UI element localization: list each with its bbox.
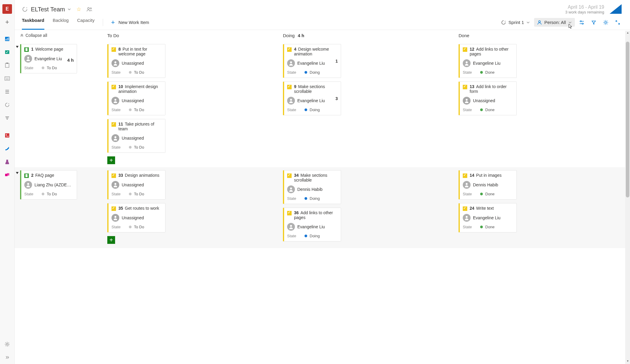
task-card[interactable]: 33Design animations Unassigned StateTo D… [107, 170, 165, 200]
rail-dashboard-icon[interactable] [2, 34, 12, 44]
task-card[interactable]: 14Put in images Dennis Habib StateDone [459, 170, 517, 200]
rail-clipboard-icon[interactable] [2, 61, 12, 70]
task-card[interactable]: 34Make sections scrollable Dennis Habib … [283, 170, 341, 204]
task-card[interactable]: 11Take pictures of team Unassigned State… [107, 119, 165, 153]
add-task-button[interactable]: + [107, 156, 115, 164]
person-icon [537, 20, 542, 25]
rail-add-icon[interactable]: + [2, 17, 12, 27]
task-card[interactable]: 12Add links to other pages Evangeline Li… [459, 44, 517, 78]
left-nav-rail: E + [0, 0, 15, 364]
rail-testplans-icon[interactable] [2, 157, 12, 167]
state-label: State [287, 234, 305, 238]
svg-point-60 [290, 99, 292, 101]
state-dot-icon [42, 193, 44, 195]
assignee-name: Unassigned [122, 182, 144, 187]
board-settings-icon[interactable] [577, 17, 587, 28]
pbi-hours: 4 h [67, 58, 74, 63]
scroll-up-arrow-icon[interactable]: ▴ [625, 31, 630, 36]
favorite-star-icon[interactable]: ☆ [76, 6, 81, 13]
task-card[interactable]: 8Put in text for welcome page Unassigned… [107, 44, 165, 78]
tab-capacity[interactable]: Capacity [77, 15, 94, 30]
collapse-all-button[interactable]: Collapse all [20, 33, 99, 38]
assignee-name: Evangeline Liu [297, 224, 325, 229]
filter-icon[interactable] [589, 17, 599, 28]
tabs-toolbar: Taskboard Backlog Capacity + New Work It… [15, 15, 630, 30]
rail-pipelines-icon[interactable] [2, 144, 12, 153]
task-type-icon [287, 173, 292, 178]
task-card[interactable]: 9Make sections scrollable Evangeline Liu… [283, 81, 341, 115]
rail-repos-icon[interactable] [2, 131, 12, 140]
burndown-chart-icon[interactable] [608, 4, 623, 15]
state-dot-icon [42, 67, 44, 69]
pbi-card[interactable]: 1Welcome page Evangeline Liu 4 h StateTo… [20, 44, 77, 73]
avatar [111, 59, 119, 67]
scroll-thumb[interactable] [626, 42, 629, 197]
team-title[interactable]: ELTest Team [31, 6, 65, 13]
collapse-all-label: Collapse all [25, 33, 47, 38]
rail-backlog-icon[interactable] [2, 87, 12, 96]
rail-settings-icon[interactable] [2, 339, 12, 349]
sprint-picker[interactable]: Sprint 1 [498, 18, 533, 27]
rail-query-icon[interactable] [2, 113, 12, 123]
assignee-name: Evangeline Liu [297, 61, 325, 66]
tab-backlog[interactable]: Backlog [53, 15, 69, 30]
svg-point-70 [466, 216, 468, 218]
team-dropdown-chevron-icon[interactable] [67, 7, 71, 11]
pbi-card[interactable]: 2FAQ page Liang Zhu (AZDEV… StateTo Do [20, 170, 77, 200]
state-value: To Do [134, 225, 144, 229]
state-value: To Do [134, 108, 144, 112]
svg-point-62 [466, 99, 468, 101]
task-card[interactable]: 10Implement design animation Unassigned … [107, 81, 165, 115]
vertical-scrollbar[interactable]: ▴ ▾ [625, 31, 630, 364]
svg-point-9 [6, 77, 7, 78]
task-card[interactable]: 36Add links to other pages Evangeline Li… [283, 208, 341, 241]
svg-line-51 [607, 24, 608, 24]
assignee-name: Unassigned [122, 215, 144, 220]
task-title: Add link to order form [470, 84, 507, 94]
avatar [111, 97, 119, 105]
task-card[interactable]: 24Write text Evangeline Liu StateDone [459, 203, 517, 232]
remaining-hours: 1 [335, 59, 338, 64]
task-card[interactable]: 13Add link to order form Unassigned Stat… [459, 81, 517, 115]
pbi-type-icon [24, 47, 29, 52]
taskboard: Collapse all To Do Doing 4 h Done 1Welco… [15, 30, 630, 364]
svg-rect-7 [5, 77, 10, 80]
svg-point-65 [114, 183, 116, 185]
svg-point-56 [114, 61, 116, 63]
assignee-name: Evangeline Liu [297, 98, 325, 103]
avatar [287, 185, 295, 193]
avatar [111, 214, 119, 222]
fullscreen-icon[interactable] [613, 17, 623, 28]
state-value: Doing [310, 70, 320, 75]
task-card[interactable]: 4Design welcome animation Evangeline Liu… [283, 44, 341, 78]
rail-expand-icon[interactable] [2, 353, 12, 362]
svg-point-23 [5, 149, 7, 150]
task-title: Make sections scrollable [294, 173, 327, 182]
task-title: Write text [476, 206, 494, 211]
gear-icon[interactable] [601, 17, 611, 28]
svg-point-35 [23, 7, 27, 11]
pbi-id: 1 [31, 47, 34, 52]
team-members-icon[interactable] [87, 7, 93, 12]
person-filter[interactable]: Person: All [534, 18, 575, 27]
task-card[interactable]: 35Get routes to work Unassigned StateTo … [107, 203, 165, 232]
assignee-name: Evangeline Liu [473, 61, 501, 66]
swimlane-row: 2FAQ page Liang Zhu (AZDEV… StateTo Do 3… [15, 167, 630, 248]
task-id: 13 [470, 84, 474, 89]
state-dot-icon [129, 146, 132, 149]
scroll-down-arrow-icon[interactable]: ▾ [625, 359, 630, 364]
new-work-item-button[interactable]: + New Work Item [108, 19, 149, 26]
state-value: Done [485, 225, 495, 229]
main-area: ELTest Team ☆ April 16 - April 19 3 work… [15, 0, 630, 364]
state-dot-icon [480, 71, 483, 74]
add-task-button[interactable]: + [107, 236, 115, 244]
rail-artifacts-icon[interactable] [2, 170, 12, 180]
rail-sprint-icon[interactable] [2, 100, 12, 110]
svg-rect-14 [5, 91, 9, 92]
tab-taskboard[interactable]: Taskboard [22, 15, 44, 30]
state-value: Done [485, 108, 495, 112]
org-logo[interactable]: E [2, 4, 12, 14]
state-value: Doing [310, 234, 320, 238]
rail-keyboard-icon[interactable] [2, 74, 12, 83]
rail-boards-icon[interactable] [2, 47, 12, 57]
